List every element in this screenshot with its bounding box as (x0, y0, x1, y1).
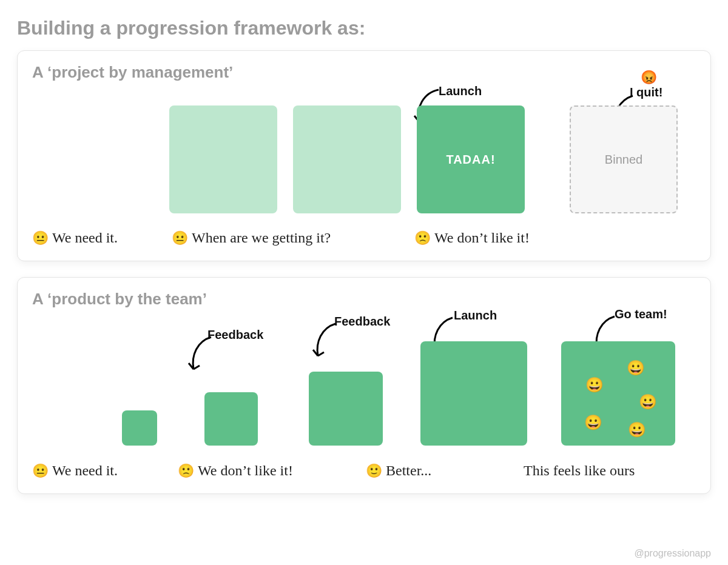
grin-face-icon: 😀 (627, 359, 645, 376)
stage-box-wip2 (293, 105, 401, 213)
neutral-face-icon: 😐 (172, 230, 188, 246)
panel1-captions: 😐 We need it. 😐 When are we getting it? … (32, 230, 696, 246)
slight-smile-icon: 🙂 (366, 463, 382, 479)
caption-better: 🙂 Better... (366, 463, 517, 479)
annot-launch: Launch (454, 309, 497, 323)
stage-box-wip1 (169, 105, 277, 213)
stage-box-step2 (204, 392, 258, 446)
panel2-stage: Feedback Feedback Launch Go team! 😀 😀 😀 … (32, 311, 696, 463)
panel-project-by-management: A ‘project by management’ Launch 😡 I qui… (17, 50, 711, 261)
arrow-icon (308, 321, 339, 363)
caption-when-getting: 😐 When are we getting it? (172, 230, 408, 246)
stage-box-step3 (309, 372, 383, 446)
caption-need-it: 😐 We need it. (32, 230, 166, 246)
caption-feels-like-ours: This feels like ours (524, 463, 635, 479)
stage-box-binned: Binned (570, 105, 678, 213)
caption-dont-like: 🙁 We don’t like it! (414, 230, 530, 246)
frown-face-icon: 🙁 (178, 463, 194, 479)
annot-go-team: Go team! (615, 307, 667, 321)
stage-box-tadaa: TADAA! (417, 105, 525, 213)
caption-text: We don’t like it! (198, 463, 293, 479)
caption-text: Better... (386, 463, 431, 479)
panel-product-by-team: A ‘product by the team’ Feedback Feedbac… (17, 277, 711, 494)
stage-box-step4 (420, 341, 527, 446)
annot-feedback-1: Feedback (207, 328, 263, 342)
caption-text: This feels like ours (524, 463, 635, 479)
credit-handle: @progressionapp (634, 548, 711, 559)
caption-need-it: 😐 We need it. (32, 463, 172, 479)
neutral-face-icon: 😐 (32, 230, 49, 246)
frown-face-icon: 🙁 (414, 230, 431, 246)
panel1-title: A ‘project by management’ (32, 63, 696, 82)
stage-box-step5: 😀 😀 😀 😀 😀 (561, 341, 675, 446)
angry-emoji-icon: 😡 (641, 70, 657, 85)
panel1-stage: Launch 😡 I quit! TADAA! Binned (32, 84, 696, 230)
panel2-captions: 😐 We need it. 🙁 We don’t like it! 🙂 Bett… (32, 463, 696, 479)
page-title: Building a progression framework as: (17, 17, 711, 39)
annot-launch: Launch (439, 84, 482, 98)
annot-feedback-2: Feedback (334, 315, 390, 329)
arrow-icon (184, 334, 214, 376)
grin-face-icon: 😀 (628, 421, 647, 438)
caption-text: We need it. (52, 463, 118, 479)
neutral-face-icon: 😐 (32, 463, 49, 479)
caption-text: We don’t like it! (434, 230, 530, 246)
grin-face-icon: 😀 (584, 414, 603, 431)
caption-text: When are we getting it? (192, 230, 331, 246)
caption-dont-like: 🙁 We don’t like it! (178, 463, 360, 479)
panel2-title: A ‘product by the team’ (32, 290, 696, 309)
stage-box-step1 (122, 410, 157, 446)
grin-face-icon: 😀 (585, 376, 604, 393)
grin-face-icon: 😀 (639, 393, 658, 410)
caption-text: We need it. (52, 230, 118, 246)
